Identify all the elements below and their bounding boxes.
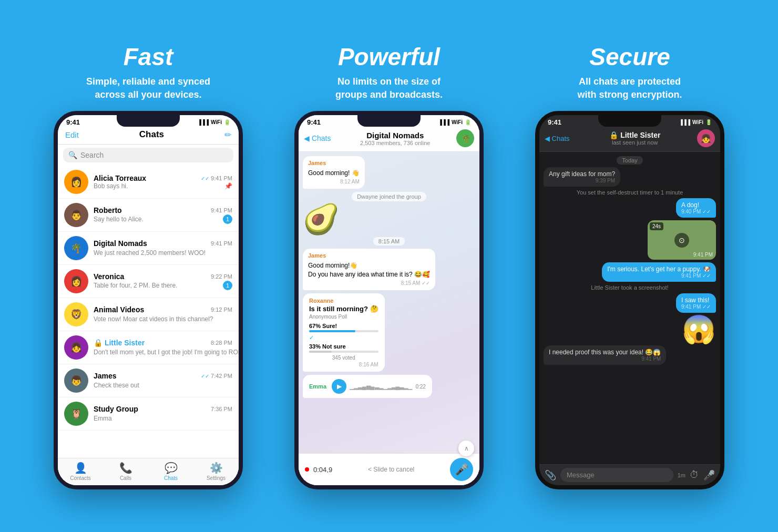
msg-proof-text: I needed proof this was your idea! 😂😱	[549, 349, 661, 356]
back-button-2[interactable]: ◀ Chats	[304, 134, 331, 142]
calls-icon: 📞	[119, 462, 132, 474]
chat-time-alicia: 9:41 PM	[211, 175, 232, 181]
dark-chat-avatar: 👧	[697, 129, 715, 147]
settings-icon: ⚙️	[210, 462, 223, 474]
tab-contacts[interactable]: 👤 Contacts	[58, 462, 103, 481]
signal-icon-2: ▐▐▐	[438, 119, 449, 125]
status-icons-2: ▐▐▐ WiFi 🔋	[438, 119, 471, 125]
avatar-nomads: 🌴	[64, 236, 88, 260]
chat-info-james: James ✓✓ 7:42 PM Check these out	[94, 372, 232, 390]
chat-name-study: Study Group	[94, 405, 138, 413]
tab-bar: 👤 Contacts 📞 Calls 💬 Chats ⚙️ Settings	[58, 458, 239, 485]
group-avatar: 🌴	[456, 129, 474, 147]
chat-item-james[interactable]: 👦 James ✓✓ 7:42 PM Check these out	[58, 364, 239, 397]
chat-info-nomads: Digital Nomads 9:41 PM We just reached 2…	[94, 239, 232, 257]
chat-msg-veronica: Table for four, 2 PM. Be there.	[94, 282, 177, 289]
tab-chats[interactable]: 💬 Chats	[148, 462, 193, 481]
msg-isaw-text: I saw this!	[681, 296, 709, 304]
dark-message-input[interactable]: Message	[560, 468, 673, 482]
tab-calls[interactable]: 📞 Calls	[103, 462, 148, 481]
avatar-animals: 🦁	[64, 302, 88, 326]
wifi-icon-3: WiFi	[692, 119, 703, 125]
sticker-shocked: 😱	[682, 315, 716, 343]
contacts-icon: 👤	[74, 462, 87, 474]
chats-header: Edit Chats ✏	[58, 127, 239, 145]
group-info: Digital Nomads 2,503 members, 736 online	[334, 131, 456, 146]
tab-settings[interactable]: ⚙️ Settings	[193, 462, 239, 481]
msg-james-1: James Good morning! 👋 8:12 AM	[303, 156, 365, 189]
poll-sender: Roxanne	[309, 298, 378, 304]
chat-item-study[interactable]: 🦉 Study Group 7:36 PM Emma	[58, 397, 239, 431]
main-container: Fast Simple, reliable and syncedacross a…	[33, 43, 745, 489]
status-time-2: 9:41	[307, 118, 321, 126]
play-button[interactable]: ▶	[332, 379, 346, 394]
phone-1-notch	[117, 115, 180, 127]
avatar-roberto: 👨	[64, 203, 88, 227]
phone-1: 9:41 ▐▐▐ WiFi 🔋 Edit Chats ✏ 🔍 Searc	[54, 111, 243, 489]
panel-secure-title: Secure	[589, 43, 670, 71]
timer-icon[interactable]: ⏱	[690, 469, 699, 480]
poll-question: Is it still morning? 🤔	[309, 305, 378, 313]
panel-fast-subtitle: Simple, reliable and syncedacross all yo…	[86, 75, 210, 101]
chat-msg-study: Emma	[94, 415, 112, 422]
search-label: Search	[80, 151, 104, 159]
chat-item-roberto[interactable]: 👨 Roberto 9:41 PM Say hello to Alice. 1	[58, 199, 239, 232]
chat-time-animals: 9:12 PM	[211, 306, 232, 313]
avatar-alicia: 👩	[64, 170, 88, 194]
dark-chat-name: Little Sister	[620, 131, 660, 139]
mic-icon-dark[interactable]: 🎤	[703, 469, 715, 481]
compose-button[interactable]: ✏	[224, 130, 231, 140]
phone-3-content: 9:41 ▐▐▐ WiFi 🔋 ◀ Chats 🔒 Little Sister	[539, 115, 720, 485]
msg-serious-text: I'm serious. Let's get her a puppy. 🐶	[607, 265, 711, 273]
chat-name-animals: Animal Videos	[94, 305, 144, 314]
chat-name-nomads: Digital Nomads	[94, 239, 147, 248]
chats-title: Chats	[139, 129, 164, 140]
back-button-3[interactable]: ◀ Chats	[545, 135, 570, 142]
group-name: Digital Nomads	[334, 131, 456, 140]
tab-calls-label: Calls	[120, 475, 131, 481]
tab-contacts-label: Contacts	[70, 475, 90, 481]
poll-pct-2: 33% Not sure	[309, 343, 378, 350]
chat-name-roberto: Roberto	[94, 206, 122, 214]
avatar-veronica: 👩	[64, 269, 88, 293]
edit-button[interactable]: Edit	[65, 130, 79, 139]
poll-bubble: Roxanne Is it still morning? 🤔 Anonymous…	[303, 293, 385, 372]
dark-chat-status: last seen just now	[573, 139, 697, 146]
badge-roberto: 1	[223, 214, 232, 224]
msg-adog-time: 9:40 PM ✓✓	[681, 209, 711, 214]
chat-name-veronica: Veronica	[94, 272, 124, 281]
poll-time: 8:16 AM	[309, 362, 378, 367]
voice-waveform: ▁▂▃▄▅▄▃▂▁▂▃▄▃▂▁	[350, 383, 412, 390]
record-bar: 0:04,9 < Slide to cancel 🎤	[299, 453, 479, 485]
timer-display: 1m	[678, 472, 685, 478]
chat-list: 👩 Alicia Torreaux ✓✓ 9:41 PM Bob says h	[58, 166, 239, 458]
chat-item-sister[interactable]: 👧 🔒 Little Sister 8:28 PM Don't tell mom…	[58, 331, 239, 364]
msg-serious-time: 9:41 PM ✓✓	[607, 273, 711, 279]
chat-msg-sister: Don't tell mom yet, but I got the job! I…	[94, 349, 239, 356]
chat-time-sister: 8:28 PM	[211, 340, 232, 346]
mic-button[interactable]: 🎤	[450, 458, 473, 481]
chat-item-animals[interactable]: 🦁 Animal Videos 9:12 PM Vote now! Moar c…	[58, 298, 239, 331]
video-play-icon[interactable]: ⊙	[674, 233, 689, 248]
msg-text-james-2: Good morning!👋Do you have any idea what …	[308, 261, 430, 279]
chat-name-sister: 🔒 Little Sister	[94, 339, 145, 347]
attach-icon[interactable]: 📎	[545, 469, 556, 481]
chat-item-nomads[interactable]: 🌴 Digital Nomads 9:41 PM We just reached…	[58, 232, 239, 265]
sender-james-2: James	[308, 252, 430, 260]
chat-item-alicia[interactable]: 👩 Alicia Torreaux ✓✓ 9:41 PM Bob says h	[58, 166, 239, 199]
phone-2-content: 9:41 ▐▐▐ WiFi 🔋 ◀ Chats Digital Nomads 2…	[299, 115, 479, 485]
poll-option-2: 33% Not sure	[309, 343, 378, 353]
sender-james-1: James	[308, 159, 360, 167]
scroll-down-button[interactable]: ∧	[458, 441, 474, 456]
poll-bar-2-bg	[309, 351, 378, 353]
poll-bar-1-bg	[309, 330, 378, 332]
battery-icon-2: 🔋	[465, 119, 471, 125]
signal-icon: ▐▐▐	[198, 119, 209, 125]
chat-msg-roberto: Say hello to Alice.	[94, 216, 144, 223]
msg-isaw: I saw this! 9:41 PM ✓✓	[676, 293, 716, 313]
chat-item-veronica[interactable]: 👩 Veronica 9:22 PM Table for four, 2 PM.…	[58, 265, 239, 298]
msg-serious: I'm serious. Let's get her a puppy. 🐶 9:…	[602, 262, 716, 282]
search-bar[interactable]: 🔍 Search	[63, 148, 233, 162]
chat-info-alicia: Alicia Torreaux ✓✓ 9:41 PM Bob says hi. …	[94, 174, 232, 190]
chat-time-nomads: 9:41 PM	[211, 240, 232, 247]
